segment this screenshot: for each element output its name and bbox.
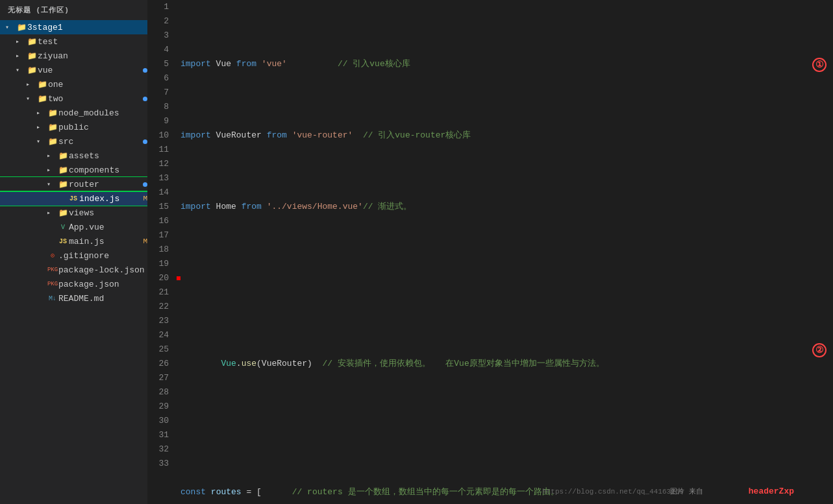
label-assets: assets [69,151,147,161]
label-node-modules: node_modules [58,108,147,118]
chevron-3stage1 [5,23,16,31]
sidebar-item-components[interactable]: 📁 components [0,163,147,177]
folder-icon-components: 📁 [57,165,69,175]
label-main-js: main.js [69,237,139,246]
sidebar-item-package-lock[interactable]: PKG package-lock.json [0,263,147,277]
sidebar-item-readme[interactable]: M↓ README.md [0,291,147,306]
red-marker-4 [177,276,180,280]
sidebar-item-3stage1[interactable]: 📁 3stage1 [0,20,147,34]
label-test: test [38,37,147,47]
sidebar-item-ziyuan[interactable]: 📁 ziyuan [0,49,147,63]
sidebar-item-router[interactable]: 📁 router [0,177,147,191]
folder-icon-node-modules: 📁 [47,108,58,118]
sidebar-item-public[interactable]: 📁 public [0,120,147,134]
code-line-2: import VueRouter from 'vue-router' // 引入… [180,128,833,143]
label-public: public [58,123,147,132]
label-package-lock: package-lock.json [58,265,147,275]
folder-icon-router: 📁 [57,180,69,189]
label-index-js: index.js [79,194,139,204]
sidebar-item-package-json[interactable]: PKG package.json [0,277,147,291]
label-two: two [48,94,140,104]
sidebar: 无标题 (工作区) 📁 3stage1 📁 test 📁 ziyuan 📁 vu… [0,0,148,504]
md-icon-readme: M↓ [47,295,58,302]
badge-m-index: M [143,195,147,202]
label-components: components [69,165,147,175]
label-src: src [58,137,140,147]
code-line-5: Vue.use(VueRouter) // 安装插件，使用依赖包。 在Vue原型… [180,342,833,357]
watermark-url: https://blog.csdn.net/qq_44163269 [542,485,684,499]
header-label: headerZxp [749,485,794,499]
folder-icon-public: 📁 [47,123,58,132]
label-app-vue: App.vue [69,222,147,232]
annotation-1: ① [812,58,827,72]
folder-icon-3stage1: 📁 [16,23,27,32]
code-line-4 [180,271,833,285]
chevron-node-modules [36,109,47,117]
code-line-7: const routes = [ // routers 是一个数组，数组当中的每… [180,485,833,499]
code-line-6 [180,414,833,428]
folder-icon-src: 📁 [47,137,58,147]
code-line-1: import Vue from 'vue' // 引入vue核心库 ① [180,57,833,71]
sidebar-item-main-js[interactable]: JS main.js M [0,234,147,248]
sidebar-item-test[interactable]: 📁 test [0,34,147,49]
chevron-assets [47,152,57,160]
badge-two [143,97,147,101]
git-icon-gitignore: ⊙ [47,252,58,259]
sidebar-item-index-js[interactable]: JS index.js M [0,191,147,206]
sidebar-title: 无标题 (工作区) [0,0,147,20]
chevron-views [47,209,57,217]
label-vue: vue [38,66,140,75]
folder-icon-two: 📁 [36,94,48,104]
sidebar-item-gitignore[interactable]: ⊙ .gitignore [0,248,147,263]
sidebar-item-views[interactable]: 📁 views [0,206,147,220]
folder-icon-views: 📁 [57,208,69,218]
code-body[interactable]: import Vue from 'vue' // 引入vue核心库 ① impo… [175,0,833,504]
folder-icon-test: 📁 [26,37,38,47]
chevron-router [47,180,57,188]
chevron-ziyuan [16,52,26,60]
sidebar-item-node-modules[interactable]: 📁 node_modules [0,106,147,120]
label-one: one [48,80,147,90]
pkg-icon-json: PKG [47,281,58,287]
chevron-components [47,166,57,174]
code-container[interactable]: 1 2 3 4 5 6 7 8 9 10 11 12 13 14 15 16 1… [148,0,833,504]
label-router: router [69,180,140,189]
badge-vue [143,68,147,73]
label-ziyuan: ziyuan [38,51,147,61]
chevron-vue [16,66,26,74]
badge-router [143,182,147,187]
annotation-2: ② [812,343,827,357]
vue-icon-app: V [57,224,69,231]
label-readme: README.md [58,294,147,304]
js-icon-index: JS [68,195,79,202]
chevron-test [16,38,26,45]
badge-m-main: M [143,237,147,245]
folder-icon-one: 📁 [36,80,48,90]
folder-icon-assets: 📁 [57,151,69,161]
label-gitignore: .gitignore [58,251,147,261]
sidebar-item-vue[interactable]: 📁 vue [0,63,147,77]
js-icon-main: JS [57,238,69,245]
sidebar-item-app-vue[interactable]: V App.vue [0,220,147,234]
label-package-json: package.json [58,280,147,289]
folder-icon-ziyuan: 📁 [26,51,38,61]
pkg-icon-lock: PKG [47,267,58,273]
chevron-one [26,80,36,88]
badge-src [143,139,147,144]
label-views: views [69,208,147,218]
sidebar-item-assets[interactable]: 📁 assets [0,149,147,163]
chevron-two [26,95,36,102]
sidebar-item-two[interactable]: 📁 two [0,91,147,106]
line-numbers: 1 2 3 4 5 6 7 8 9 10 11 12 13 14 15 16 1… [148,0,175,504]
chevron-public [36,123,47,131]
sidebar-item-src[interactable]: 📁 src [0,134,147,149]
editor: 1 2 3 4 5 6 7 8 9 10 11 12 13 14 15 16 1… [148,0,833,504]
code-line-3: import Home from '../views/Home.vue'// 渐… [180,200,833,214]
label-3stage1: 3stage1 [27,23,147,32]
chevron-src [36,138,47,145]
sidebar-item-one[interactable]: 📁 one [0,77,147,91]
folder-icon-vue: 📁 [26,66,38,75]
